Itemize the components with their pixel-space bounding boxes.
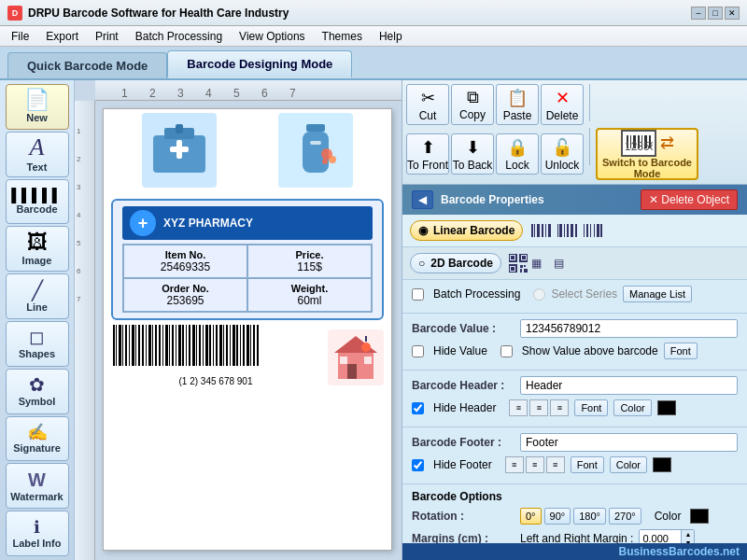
rotation-180-button[interactable]: 180° <box>573 508 606 525</box>
props-title: Barcode Properties <box>441 193 544 206</box>
lr-margin-spinner[interactable]: ▲ ▼ <box>639 529 695 543</box>
ruler-horizontal: 1 2 3 4 5 6 7 <box>95 80 402 101</box>
switch-barcode-button[interactable]: 123567 ⇄ Switch to Barcode Mode <box>596 128 698 180</box>
close-button[interactable]: ✕ <box>725 7 740 20</box>
menu-viewoptions[interactable]: View Options <box>232 28 312 45</box>
menu-batch[interactable]: Batch Processing <box>128 28 230 45</box>
sidebar-btn-line[interactable]: ╱ Line <box>6 273 69 319</box>
hide-header-checkbox[interactable] <box>412 402 424 414</box>
sidebar-btn-symbol[interactable]: ✿ Symbol <box>6 369 69 414</box>
copy-button[interactable]: ⧉ Copy <box>451 84 494 125</box>
barcode-footer-input[interactable] <box>520 433 738 452</box>
svg-rect-29 <box>169 325 170 366</box>
back-button[interactable]: ◀ <box>412 190 433 209</box>
spinner-up[interactable]: ▲ <box>681 530 694 539</box>
linear-barcode-label: Linear Barcode <box>433 224 514 237</box>
align-left-button[interactable]: ≡ <box>509 399 528 416</box>
sidebar-btn-signature[interactable]: ✍ Signature <box>6 416 69 462</box>
header-color-swatch <box>657 400 676 415</box>
unlock-button[interactable]: 🔓 Unlock <box>541 133 584 175</box>
toolbar-arrange-section: ⬆ To Front ⬇ To Back 🔒 Lock 🔓 Unlock <box>406 128 584 180</box>
sidebar-btn-image[interactable]: 🖼 Image <box>6 226 69 272</box>
sidebar-btn-shapes[interactable]: ◻ Shapes <box>6 321 69 367</box>
price-label: Price. <box>256 249 363 260</box>
value-font-button[interactable]: Font <box>664 343 698 359</box>
ruler-tick: 6 <box>261 87 268 100</box>
tab-quick-barcode[interactable]: Quick Barcode Mode <box>7 52 167 78</box>
barcode-value-input[interactable] <box>520 319 738 338</box>
sidebar-btn-watermark[interactable]: W Watermark <box>6 463 69 509</box>
header-row: Barcode Header : <box>412 376 738 395</box>
rotation-90-button[interactable]: 90° <box>544 508 571 525</box>
paste-button[interactable]: 📋 Paste <box>496 84 539 125</box>
svg-rect-19 <box>135 325 136 366</box>
lr-margin-input[interactable] <box>640 530 681 543</box>
footer-font-button[interactable]: Font <box>571 456 604 473</box>
menu-print[interactable]: Print <box>88 28 126 45</box>
building-icon <box>328 329 384 385</box>
menu-export[interactable]: Export <box>38 28 86 45</box>
svg-rect-46 <box>226 325 228 366</box>
lock-button[interactable]: 🔒 Lock <box>496 133 539 175</box>
minimize-button[interactable]: – <box>691 7 706 20</box>
svg-rect-59 <box>340 357 347 364</box>
rotation-0-button[interactable]: 0° <box>520 508 542 525</box>
menu-file[interactable]: File <box>4 28 36 45</box>
svg-rect-25 <box>155 325 157 366</box>
select-series-radio[interactable] <box>533 288 545 301</box>
cut-button[interactable]: ✂ Cut <box>406 84 449 125</box>
barcode-preview-icon: 123567 <box>621 130 656 157</box>
sidebar-btn-new[interactable]: 📄 New <box>6 84 69 130</box>
tofront-button[interactable]: ⬆ To Front <box>406 133 449 175</box>
barcode-icon: ▌▌▌▌▌ <box>11 189 63 202</box>
delete-object-button[interactable]: ✕ Delete Object <box>641 189 738 210</box>
sidebar-btn-barcode[interactable]: ▌▌▌▌▌ Barcode <box>6 179 69 225</box>
svg-marker-57 <box>334 336 377 353</box>
app-title: DRPU Barcode Software for Health Care In… <box>28 7 289 20</box>
margins-label: Margins (cm) : <box>412 532 514 543</box>
rotation-270-button[interactable]: 270° <box>609 508 641 525</box>
maximize-button[interactable]: □ <box>708 7 723 20</box>
svg-rect-98 <box>524 269 528 273</box>
sidebar-btn-labelinfo[interactable]: ℹ Label Info <box>6 511 69 556</box>
footer-color-swatch <box>653 457 671 472</box>
label-canvas[interactable]: + XYZ PHARMACY Item No. 25469335 Price. … <box>103 108 392 551</box>
show-above-checkbox[interactable] <box>500 345 513 357</box>
footer-color-button[interactable]: Color <box>610 456 647 473</box>
menu-themes[interactable]: Themes <box>315 28 370 45</box>
2d-barcode-tab[interactable]: ○ 2D Barcode <box>410 253 501 273</box>
footer-opts-row: Hide Footer ≡ ≡ ≡ Font Color <box>412 456 738 473</box>
svg-rect-33 <box>182 325 184 366</box>
price-value: 115$ <box>256 260 363 273</box>
footer-align-center-button[interactable]: ≡ <box>526 456 544 473</box>
manage-list-button[interactable]: Manage List <box>623 286 692 302</box>
menu-help[interactable]: Help <box>372 28 410 45</box>
barcode-type-row: ◉ Linear Barcode <box>402 215 747 247</box>
header-font-button[interactable]: Font <box>574 399 608 416</box>
mode-tabs: Quick Barcode Mode Barcode Designing Mod… <box>0 47 747 80</box>
header-color-button[interactable]: Color <box>613 399 651 416</box>
sidebar-btn-text[interactable]: A Text <box>6 132 69 177</box>
sidebar-label-image: Image <box>22 255 52 266</box>
hide-value-checkbox[interactable] <box>412 345 424 357</box>
align-right-button[interactable]: ≡ <box>550 399 569 416</box>
tab-barcode-designing[interactable]: Barcode Designing Mode <box>167 50 352 78</box>
svg-rect-42 <box>213 325 214 366</box>
item-no-label: Item No. <box>132 249 239 260</box>
footer-align-right-button[interactable]: ≡ <box>546 456 565 473</box>
align-center-button[interactable]: ≡ <box>529 399 548 416</box>
barcode-value-section: Barcode Value : Hide Value Show Value ab… <box>402 314 747 371</box>
linear-barcode-tab[interactable]: ◉ Linear Barcode <box>410 220 523 241</box>
footer-align-left-button[interactable]: ≡ <box>505 456 524 473</box>
barcode-header-input[interactable] <box>520 376 738 395</box>
svg-rect-26 <box>159 325 161 366</box>
toolbar-separator2 <box>589 128 590 165</box>
line-icon: ╱ <box>32 281 43 300</box>
hide-footer-checkbox[interactable] <box>412 459 424 471</box>
sidebar-label-shapes: Shapes <box>19 348 55 359</box>
svg-rect-49 <box>236 325 238 366</box>
delete-button[interactable]: ✕ Delete <box>541 84 584 125</box>
toback-button[interactable]: ⬇ To Back <box>451 133 494 175</box>
pharmacy-header: + XYZ PHARMACY <box>122 206 373 240</box>
batch-processing-checkbox[interactable] <box>412 288 424 301</box>
